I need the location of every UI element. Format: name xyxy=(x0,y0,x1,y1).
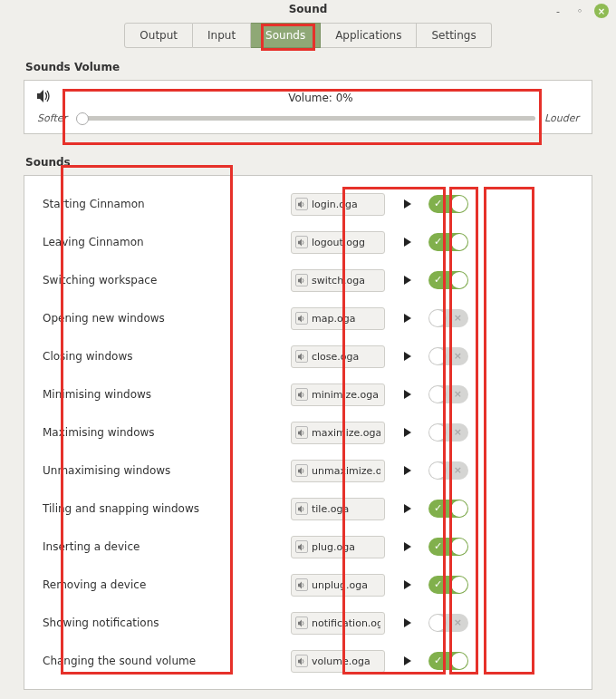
sound-enabled-toggle[interactable]: ✓ xyxy=(428,538,468,556)
svg-marker-11 xyxy=(298,581,302,588)
check-icon: ✓ xyxy=(434,578,442,592)
play-icon xyxy=(404,199,411,209)
sound-file-chooser[interactable]: maximize.oga xyxy=(291,422,385,444)
audio-file-icon xyxy=(295,464,308,477)
play-icon xyxy=(404,466,411,475)
sound-file-chooser[interactable]: notification.oga xyxy=(291,612,385,635)
sound-enabled-toggle[interactable]: × xyxy=(428,423,468,442)
sound-row: Minimising windowsminimize.oga× xyxy=(35,375,581,413)
sound-file-chooser[interactable]: minimize.oga xyxy=(291,383,385,406)
tab-input[interactable]: Input xyxy=(193,23,251,48)
sound-enabled-toggle[interactable]: × xyxy=(428,309,468,327)
sound-file-chooser[interactable]: unmaximize.oga xyxy=(291,460,385,482)
sound-enabled-toggle[interactable]: × xyxy=(428,614,468,632)
maximize-button[interactable]: ◦ xyxy=(573,4,587,18)
play-button[interactable] xyxy=(397,383,419,405)
sound-row: Showing notificationsnotification.oga× xyxy=(35,604,581,642)
tab-settings[interactable]: Settings xyxy=(417,23,491,48)
volume-panel: Volume: 0% Softer Louder xyxy=(24,80,592,134)
audio-file-icon xyxy=(295,388,308,401)
sound-enabled-toggle[interactable]: ✓ xyxy=(428,500,468,518)
sound-name: Unmaximising windows xyxy=(35,464,291,477)
sound-enabled-toggle[interactable]: ✓ xyxy=(428,233,468,251)
sound-file-name: close.oga xyxy=(312,351,359,363)
play-button[interactable] xyxy=(397,460,419,481)
sound-name: Leaving Cinnamon xyxy=(35,236,291,248)
sound-file-name: tile.oga xyxy=(312,503,349,515)
svg-marker-3 xyxy=(298,277,302,284)
sound-file-chooser[interactable]: volume.oga xyxy=(291,650,385,673)
sound-enabled-toggle[interactable]: ✓ xyxy=(428,576,468,594)
sound-enabled-toggle[interactable]: × xyxy=(428,461,468,480)
check-icon: ✓ xyxy=(434,273,442,287)
audio-file-icon xyxy=(295,198,308,210)
toggle-knob xyxy=(451,500,467,517)
sound-row: Leaving Cinnamonlogout.ogg✓ xyxy=(35,223,581,261)
toggle-knob xyxy=(429,310,446,326)
sound-file-chooser[interactable]: close.oga xyxy=(291,345,385,368)
svg-marker-1 xyxy=(298,200,302,208)
sound-file-name: login.oga xyxy=(312,199,358,210)
sound-row: Opening new windowsmap.oga× xyxy=(35,299,581,337)
play-button[interactable] xyxy=(397,612,419,634)
toggle-knob xyxy=(451,234,467,250)
toggle-knob xyxy=(451,653,467,669)
audio-file-icon xyxy=(295,236,308,248)
play-button[interactable] xyxy=(397,345,419,367)
play-button[interactable] xyxy=(397,193,419,215)
x-icon: × xyxy=(454,349,462,364)
play-button[interactable] xyxy=(397,498,419,519)
sound-file-chooser[interactable]: tile.oga xyxy=(291,498,385,520)
sound-name: Opening new windows xyxy=(35,312,291,325)
tab-applications[interactable]: Applications xyxy=(321,23,417,48)
sound-file-chooser[interactable]: login.oga xyxy=(291,193,385,216)
svg-marker-8 xyxy=(298,467,302,474)
svg-marker-6 xyxy=(298,391,302,398)
audio-file-icon xyxy=(295,350,308,363)
audio-file-icon xyxy=(295,426,308,439)
play-button[interactable] xyxy=(397,307,419,329)
play-button[interactable] xyxy=(397,650,419,672)
play-button[interactable] xyxy=(397,231,419,253)
sounds-panel: Starting Cinnamonlogin.oga✓Leaving Cinna… xyxy=(24,175,592,690)
sound-enabled-toggle[interactable]: ✓ xyxy=(428,271,468,289)
section-label-volume: Sounds Volume xyxy=(24,57,592,76)
svg-marker-2 xyxy=(298,238,302,246)
sound-enabled-toggle[interactable]: ✓ xyxy=(428,195,468,213)
minimize-button[interactable]: ‐ xyxy=(551,4,565,18)
sound-file-chooser[interactable]: plug.oga xyxy=(291,536,385,558)
check-icon: ✓ xyxy=(434,235,442,249)
close-button[interactable]: × xyxy=(594,4,609,18)
volume-slider[interactable] xyxy=(76,116,535,121)
sound-row: Closing windowsclose.oga× xyxy=(35,337,581,375)
toggle-knob xyxy=(451,539,467,555)
section-label-sounds: Sounds xyxy=(24,152,592,171)
tab-output[interactable]: Output xyxy=(124,23,193,48)
audio-file-icon xyxy=(295,540,308,553)
play-button[interactable] xyxy=(397,269,419,291)
sound-file-chooser[interactable]: switch.oga xyxy=(291,269,385,292)
sound-file-name: plug.oga xyxy=(312,541,355,553)
tab-sounds[interactable]: Sounds xyxy=(251,23,321,48)
sound-file-chooser[interactable]: unplug.oga xyxy=(291,574,385,597)
play-icon xyxy=(404,542,411,551)
audio-file-icon xyxy=(295,655,308,667)
play-button[interactable] xyxy=(397,536,419,558)
sound-name: Changing the sound volume xyxy=(35,655,291,667)
x-icon: × xyxy=(454,616,462,630)
sound-enabled-toggle[interactable]: ✓ xyxy=(428,652,468,670)
x-icon: × xyxy=(454,387,462,402)
check-icon: ✓ xyxy=(434,539,442,554)
sound-enabled-toggle[interactable]: × xyxy=(428,347,468,365)
play-button[interactable] xyxy=(397,422,419,443)
play-button[interactable] xyxy=(397,574,419,596)
x-icon: × xyxy=(454,311,462,325)
svg-marker-13 xyxy=(298,657,302,665)
toggle-knob xyxy=(451,577,467,593)
audio-file-icon xyxy=(295,578,308,591)
sound-file-chooser[interactable]: logout.ogg xyxy=(291,231,385,254)
x-icon: × xyxy=(454,463,462,478)
sound-name: Removing a device xyxy=(35,578,291,591)
sound-enabled-toggle[interactable]: × xyxy=(428,385,468,403)
sound-file-chooser[interactable]: map.oga xyxy=(291,307,385,330)
